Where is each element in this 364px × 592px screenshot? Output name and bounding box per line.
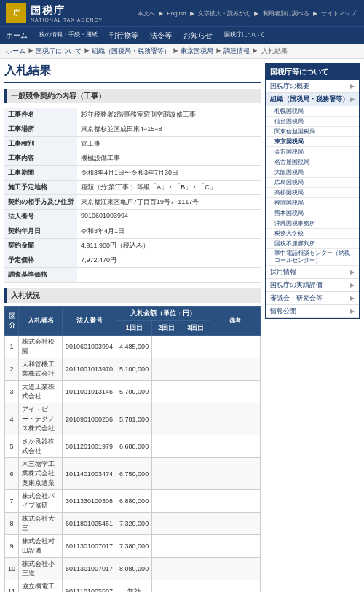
info-value-kikan: 令和3年4月1日〜令和3年7月30日 [77, 166, 261, 181]
info-value-grade: 種類（分'第'工事'）等級「A」・「B」・「C」 [77, 181, 261, 195]
bid-r1: 5,100,000 [116, 358, 152, 381]
sidebar-link-performance[interactable]: 国税庁の実績評価 [270, 280, 323, 290]
sidebar-sub-fufuku[interactable]: 国税不服審判所 [266, 239, 359, 249]
bid-num: 5 [5, 435, 19, 458]
bid-r1: 4,485,000 [116, 336, 152, 358]
bid-header-corpnum: 法人番号 [63, 307, 116, 336]
sidebar-sub-takamatsu[interactable]: 高松国税局 [266, 188, 359, 198]
info-value-kingaku: 4,911,900円（税込み） [77, 239, 261, 253]
bid-note [210, 558, 261, 580]
sidebar-sub-kanazawa[interactable]: 金沢国税局 [266, 147, 359, 157]
bid-table-header-row1: 区分 入札者名 法人番号 入札金額（単位：円） 備考 [5, 307, 261, 321]
sidebar-sub-hiroshima[interactable]: 広島国税局 [266, 178, 359, 188]
bid-r2 [152, 580, 181, 593]
bid-corp-name: 株式会社村田設備 [19, 535, 63, 558]
bid-table: 区分 入札者名 法人番号 入札金額（単位：円） 備考 1回目 2回目 3回目 1… [4, 306, 261, 592]
top-nav-english[interactable]: English [167, 10, 186, 17]
sidebar-link-disclosure[interactable]: 情報公開 [270, 307, 296, 316]
sidebar-sub-tokyo[interactable]: 東京国税局 [266, 137, 359, 147]
nav-home[interactable]: ホーム [0, 27, 33, 44]
sidebar: 国税庁等について 国税庁の概要 ▶ 組織（国税局・税務署等） ▶ 札幌国税局 仙… [265, 63, 360, 592]
sidebar-sub-fukuoka[interactable]: 福岡国税局 [266, 198, 359, 208]
info-value-shubetsu: 管工事 [77, 137, 261, 151]
sidebar-item-org[interactable]: 組織（国税局・税務署等） ▶ [266, 93, 359, 106]
sidebar-sub-nagoya[interactable]: 名古屋国税局 [266, 157, 359, 167]
sidebar-sub-callcenter[interactable]: 事中電話相談センター（納税コールセンター） [266, 249, 359, 266]
top-nav-user[interactable]: 利用者別に調べる [263, 10, 309, 17]
info-row-basho: 工事場所 東京都杉並区成田東4−15−8 [4, 122, 261, 137]
bid-r2 [152, 490, 181, 513]
top-nav-sitemap[interactable]: サイトマップ [321, 10, 356, 17]
info-label-grade: 施工予定地格 [4, 181, 77, 195]
sidebar-item-council[interactable]: 審議会・研究会等 ▶ [266, 292, 359, 305]
bid-r2 [152, 381, 181, 403]
bid-corp-num: 3011330100308 [63, 490, 116, 513]
bid-note [210, 381, 261, 403]
nav-publications[interactable]: 刊行物等 [103, 27, 144, 44]
info-row-chousa: 調査基準価格 [4, 268, 261, 283]
sidebar-sub-taxuniv[interactable]: 税務大学校 [266, 229, 359, 239]
sidebar-item-disclosure[interactable]: 情報公開 ▶ [266, 305, 359, 318]
sidebar-item-overview[interactable]: 国税庁の概要 ▶ [266, 80, 359, 93]
bid-num: 3 [5, 381, 19, 403]
info-row-hojinbango: 法人番号 9010601003994 [4, 210, 261, 224]
info-row-kikan: 工事期間 令和3年4月1日〜令和3年7月30日 [4, 166, 261, 181]
sidebar-link-recruit[interactable]: 採用情報 [270, 267, 296, 277]
info-row-kingaku: 契約金額 4,911,900円（税込み） [4, 239, 261, 253]
logo-kanji: 国税庁 [31, 4, 103, 17]
header: 庁 国税庁 NATIONAL TAX AGENCY 本文へ ▶ English … [0, 0, 364, 26]
info-label-kikan: 工事期間 [4, 166, 77, 181]
breadcrumb-about[interactable]: 国税庁について [36, 47, 82, 55]
bid-corp-name: さか良器株式会社 [19, 435, 63, 458]
bid-header-round2: 2回目 [152, 321, 181, 336]
nav-tax-info[interactable]: 税の情報・手続・用紙 [33, 27, 103, 44]
bid-r1: 8,080,000 [116, 558, 152, 580]
sidebar-link-org[interactable]: 組織（国税局・税務署等） [270, 95, 349, 104]
bid-r2 [152, 558, 181, 580]
info-value-hojinbango: 9010601003994 [77, 210, 261, 224]
bid-r3 [181, 535, 210, 558]
logo-icon: 庁 [6, 3, 26, 23]
sidebar-sub-osaka[interactable]: 大阪国税局 [266, 167, 359, 178]
bid-r2 [152, 535, 181, 558]
table-row: 10 株式会社小王道 6011301007017 8,080,000 [5, 558, 261, 580]
sidebar-link-council[interactable]: 審議会・研究会等 [270, 293, 323, 303]
bid-status-section-title: 入札状況 [4, 288, 261, 303]
bid-r1: 無効 [116, 580, 152, 593]
bid-r3 [181, 490, 210, 513]
bid-num: 8 [5, 513, 19, 535]
nav-notice[interactable]: お知らせ [178, 27, 218, 44]
main-nav: ホーム 税の情報・手続・用紙 刊行物等 法令等 お知らせ 国税庁について [0, 26, 364, 44]
sidebar-sub-okinawa[interactable]: 沖縄国税事務所 [266, 218, 359, 229]
bid-note [210, 435, 261, 458]
top-nav-fontsize[interactable]: 文字拡大・読みかえ [198, 10, 250, 17]
bid-num: 11 [5, 580, 19, 593]
sidebar-sub-kanto[interactable]: 関東信越国税局 [266, 127, 359, 137]
sidebar-item-performance[interactable]: 国税庁の実績評価 ▶ [266, 279, 359, 292]
info-label-partner: 契約の相手方及び住所 [4, 195, 77, 210]
chevron-right-icon: ▶ [350, 295, 355, 301]
bid-r1: 7,380,000 [116, 535, 152, 558]
chevron-right-icon: ▶ [350, 269, 355, 275]
sidebar-item-recruit[interactable]: 採用情報 ▶ [266, 266, 359, 279]
sidebar-sub-sendai[interactable]: 仙台国税局 [266, 117, 359, 127]
breadcrumb-procurement[interactable]: 調達情報 [223, 47, 250, 55]
breadcrumb-tokyo[interactable]: 東京国税局 [181, 47, 213, 55]
sidebar-sub-sapporo[interactable]: 札幌国税局 [266, 106, 359, 117]
bid-corp-num: 2010901000236 [63, 403, 116, 435]
table-row: 4 アイ・ピー・テクノス株式会社 2010901000236 5,781,000 [5, 403, 261, 435]
info-row-shubetsu: 工事種別 管工事 [4, 137, 261, 151]
table-row: 2 大和管機工業株式会社 2011001013970 5,100,000 [5, 358, 261, 381]
bid-corp-name: 株式会社松園 [19, 336, 63, 358]
nav-about[interactable]: 国税庁について [218, 27, 271, 44]
breadcrumb-org[interactable]: 組織（国税局・税務署等） [92, 47, 170, 55]
bid-r1: 6,880,000 [116, 490, 152, 513]
sidebar-link-overview[interactable]: 国税庁の概要 [270, 82, 309, 91]
sidebar-sub-kumamoto[interactable]: 熊本国税局 [266, 208, 359, 218]
nav-law[interactable]: 法令等 [144, 27, 178, 44]
table-row: 11 協立機電工業株式会社 9011101005507 無効 [5, 580, 261, 593]
breadcrumb-home[interactable]: ホーム [6, 47, 25, 55]
table-row: 5 さか良器株式会社 5011201001979 6,680,000 [5, 435, 261, 458]
bid-corp-num: 6011301007017 [63, 558, 116, 580]
top-nav-honbun[interactable]: 本文へ [138, 10, 155, 17]
